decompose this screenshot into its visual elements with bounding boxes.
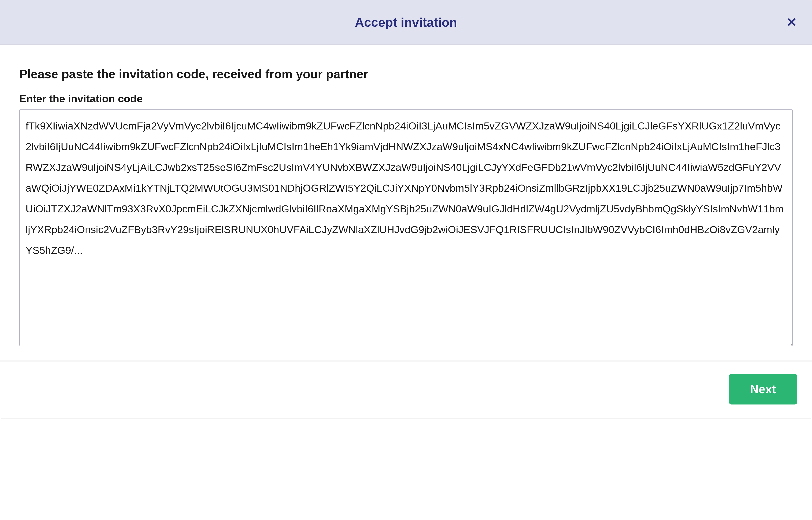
footer-separator [0, 360, 812, 362]
instruction-text: Please paste the invitation code, receiv… [19, 67, 793, 81]
modal-title: Accept invitation [355, 15, 457, 30]
invitation-code-label: Enter the invitation code [19, 93, 793, 105]
modal-footer: Next [0, 362, 812, 418]
close-icon: ✕ [786, 15, 797, 29]
next-button[interactable]: Next [729, 374, 797, 405]
modal-header: Accept invitation ✕ [0, 0, 812, 45]
invitation-code-input[interactable]: fTk9XIiwiaXNzdWVUcmFja2VyVmVyc2lvbiI6Ijc… [19, 109, 793, 346]
accept-invitation-modal: Accept invitation ✕ Please paste the inv… [0, 0, 812, 418]
close-button[interactable]: ✕ [786, 16, 797, 29]
modal-body: Please paste the invitation code, receiv… [0, 45, 812, 360]
